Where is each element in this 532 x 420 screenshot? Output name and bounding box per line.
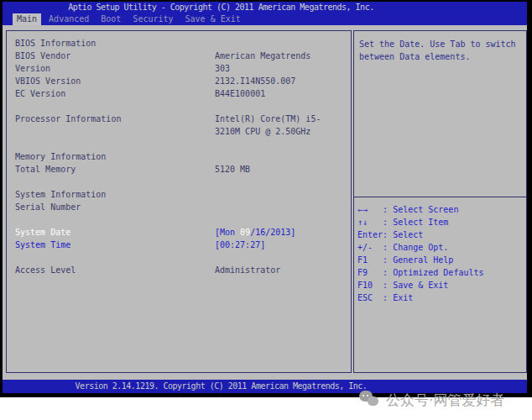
ec-version-row: EC VersionB44E100001 xyxy=(7,87,351,100)
row-label: System Date xyxy=(15,226,70,239)
memory-information-header: Memory Information xyxy=(7,150,351,163)
tab-save-exit[interactable]: Save & Exit xyxy=(181,13,245,25)
watermark: 公众号·网管爱好者 xyxy=(359,389,504,411)
row-label: Total Memory xyxy=(15,163,76,176)
row-value: 303 xyxy=(215,62,230,75)
hotkey-legend: ←→: Select Screen↑↓: Select ItemEnter: S… xyxy=(357,203,524,304)
row-value: American Megatrends xyxy=(215,50,310,62)
version-text: Version 2.14.1219. Copyright (C) 2011 Am… xyxy=(76,381,368,391)
row-label: Serial Number xyxy=(15,201,81,213)
processor-information-row-line2: 3210M CPU @ 2.50GHz xyxy=(7,125,351,138)
title-bar: Aptio Setup Utility - Copyright (C) 2011… xyxy=(3,2,527,13)
help-panel-divider xyxy=(354,197,526,197)
blank xyxy=(7,213,351,226)
row-label: Access Level xyxy=(15,264,76,276)
tab-main[interactable]: Main xyxy=(13,13,41,25)
row-label: Version xyxy=(15,62,50,75)
row-value: 3210M CPU @ 2.50GHz xyxy=(215,125,310,138)
row-label: Processor Information xyxy=(15,113,121,125)
tab-boot[interactable]: Boot xyxy=(96,13,125,25)
system-time-row[interactable]: System Time[00:27:27] xyxy=(7,239,351,251)
row-label: System Information xyxy=(15,188,106,201)
row-value: [00:27:27] xyxy=(215,239,265,251)
bios-screen: Aptio Setup Utility - Copyright (C) 2011… xyxy=(0,0,532,397)
total-memory-row: Total Memory5120 MB xyxy=(7,163,351,176)
row-label: BIOS Information xyxy=(15,37,96,50)
watermark-text: 公众号·网管爱好者 xyxy=(386,391,504,410)
row-value: B44E100001 xyxy=(215,87,265,100)
serial-number-row: Serial Number xyxy=(7,201,351,213)
tab-advanced[interactable]: Advanced xyxy=(44,13,93,25)
row-value: Intel(R) Core(TM) i5- xyxy=(215,113,321,125)
system-information-header: System Information xyxy=(7,188,351,201)
blank xyxy=(7,138,351,150)
hotkey-esc: ESC: Exit xyxy=(357,291,524,304)
row-label: System Time xyxy=(15,239,70,251)
menu-bar: MainAdvancedBootSecuritySave & Exit xyxy=(3,13,527,25)
row-value: Administrator xyxy=(215,264,280,276)
title-text: Aptio Setup Utility - Copyright (C) 2011… xyxy=(68,3,373,12)
processor-information-row: Processor InformationIntel(R) Core(TM) i… xyxy=(7,113,351,125)
blank xyxy=(7,100,351,113)
hotkey-f9: F9: Optimized Defaults xyxy=(357,266,524,279)
blank xyxy=(7,176,351,188)
settings-panel: BIOS InformationBIOS VendorAmerican Mega… xyxy=(6,30,352,373)
hotkey-f1: F1: General Help xyxy=(357,254,524,266)
row-label: BIOS Vendor xyxy=(15,50,70,62)
wechat-icon xyxy=(359,391,379,409)
row-value: [Mon 09/16/2013] xyxy=(215,226,295,239)
hotkey-f10: F10: Save & Exit xyxy=(357,279,524,291)
row-value: 2132.I14N550.007 xyxy=(215,75,295,87)
access-level-row: Access LevelAdministrator xyxy=(7,264,351,276)
row-label: Memory Information xyxy=(15,150,106,163)
hotkey-+/-: +/-: Change Opt. xyxy=(357,241,524,254)
hotkey-: ←→: Select Screen xyxy=(357,203,524,216)
version-row: Version303 xyxy=(7,62,351,75)
system-date-row[interactable]: System Date[Mon 09/16/2013] xyxy=(7,226,351,239)
help-panel: Set the Date. Use Tab to switch between … xyxy=(353,30,527,373)
bios-vendor-row: BIOS VendorAmerican Megatrends xyxy=(7,50,351,62)
row-label: VBIOS Version xyxy=(15,75,81,87)
tab-security[interactable]: Security xyxy=(128,13,177,25)
help-text: Set the Date. Use Tab to switch between … xyxy=(354,31,526,63)
row-label: EC Version xyxy=(15,87,65,100)
bios-information-header: BIOS Information xyxy=(7,37,351,50)
vbios-version-row: VBIOS Version2132.I14N550.007 xyxy=(7,75,351,87)
hotkey-enter: Enter: Select xyxy=(357,228,524,241)
blank xyxy=(7,251,351,264)
hotkey-: ↑↓: Select Item xyxy=(357,216,524,228)
row-value: 5120 MB xyxy=(215,163,250,176)
settings-rows: BIOS InformationBIOS VendorAmerican Mega… xyxy=(7,31,351,276)
